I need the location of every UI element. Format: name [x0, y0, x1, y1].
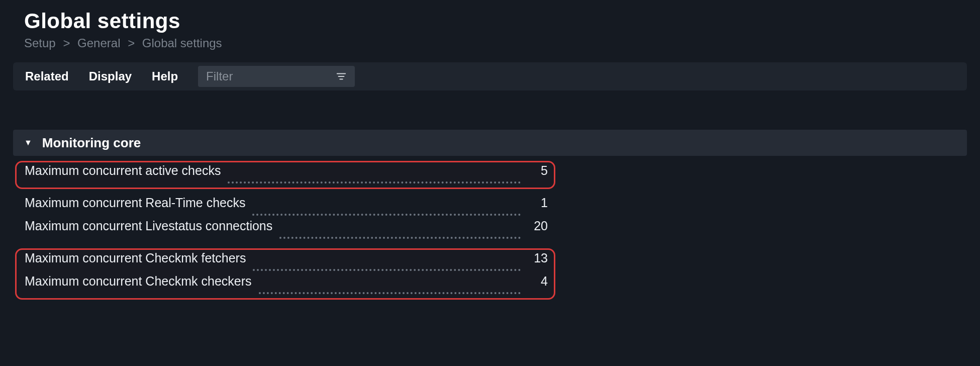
setting-row[interactable]: Maximum concurrent Checkmk checkers 4 — [20, 274, 551, 297]
toolbar: Related Display Help Filter — [13, 62, 967, 90]
breadcrumb-item[interactable]: Global settings — [142, 36, 222, 50]
chevron-right-icon: > — [128, 36, 135, 50]
setting-label: Maximum concurrent Checkmk checkers — [25, 274, 252, 289]
setting-value: 1 — [528, 196, 548, 210]
filter-input[interactable]: Filter — [198, 66, 355, 87]
menu-help[interactable]: Help — [152, 69, 178, 83]
breadcrumb: Setup > General > Global settings — [24, 36, 980, 50]
setting-label: Maximum concurrent active checks — [25, 163, 221, 178]
setting-label: Maximum concurrent Livestatus connection… — [25, 219, 272, 233]
setting-value: 20 — [528, 219, 548, 233]
settings-group: Maximum concurrent Real-Time checks 1 Ma… — [15, 193, 555, 244]
setting-row[interactable]: Maximum concurrent active checks 5 — [20, 163, 551, 187]
breadcrumb-item[interactable]: General — [77, 36, 120, 50]
section-monitoring-core: ▼ Monitoring core Maximum concurrent act… — [13, 130, 967, 300]
breadcrumb-item[interactable]: Setup — [24, 36, 56, 50]
section-title: Monitoring core — [42, 135, 141, 151]
menu-display[interactable]: Display — [89, 69, 132, 83]
setting-label: Maximum concurrent Real-Time checks — [25, 196, 245, 210]
filter-icon — [336, 71, 347, 82]
dots-leader — [259, 292, 521, 294]
settings-list: Maximum concurrent active checks 5 Maxim… — [15, 161, 555, 300]
chevron-down-icon: ▼ — [24, 139, 32, 147]
setting-label: Maximum concurrent Checkmk fetchers — [25, 251, 246, 265]
setting-value: 4 — [528, 274, 548, 289]
highlight-box: Maximum concurrent Checkmk fetchers 13 M… — [15, 248, 555, 300]
setting-row[interactable]: Maximum concurrent Checkmk fetchers 13 — [20, 251, 551, 274]
highlight-box: Maximum concurrent active checks 5 — [15, 161, 555, 189]
page-title: Global settings — [24, 9, 980, 33]
section-header[interactable]: ▼ Monitoring core — [13, 130, 967, 156]
setting-row[interactable]: Maximum concurrent Real-Time checks 1 — [20, 196, 551, 219]
dots-leader — [253, 269, 521, 271]
menu-related[interactable]: Related — [25, 69, 69, 83]
dots-leader — [252, 214, 521, 216]
dots-leader — [279, 237, 521, 239]
filter-placeholder: Filter — [206, 69, 233, 83]
dots-leader — [228, 181, 521, 184]
chevron-right-icon: > — [63, 36, 70, 50]
setting-value: 13 — [528, 251, 548, 265]
setting-row[interactable]: Maximum concurrent Livestatus connection… — [20, 219, 551, 242]
setting-value: 5 — [528, 163, 548, 178]
